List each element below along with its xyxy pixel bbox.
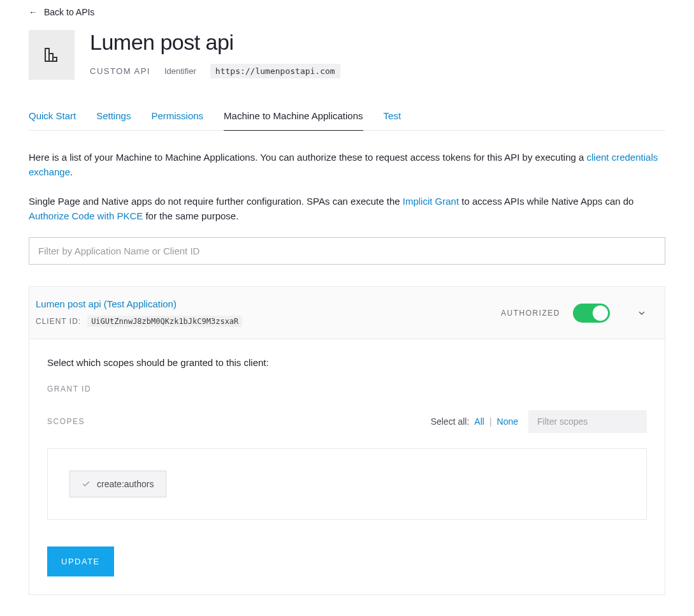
chevron-down-icon[interactable] — [637, 308, 647, 318]
check-icon — [82, 480, 90, 488]
api-type-label: CUSTOM API — [90, 66, 150, 76]
select-none-link[interactable]: None — [497, 416, 518, 427]
update-button[interactable]: UPDATE — [47, 546, 114, 576]
back-to-apis-link[interactable]: ← Back to APIs — [29, 7, 94, 17]
intro-text: Here is a list of your Machine to Machin… — [29, 150, 665, 223]
scopes-intro-text: Select which scopes should be granted to… — [47, 357, 647, 368]
select-separator: | — [489, 416, 492, 427]
tab-permissions[interactable]: Permissions — [151, 110, 203, 131]
tab-quick-start[interactable]: Quick Start — [29, 110, 76, 131]
tabs: Quick Start Settings Permissions Machine… — [29, 110, 665, 131]
scope-filter-input[interactable] — [528, 410, 647, 433]
api-title: Lumen post api — [90, 30, 340, 55]
application-card: Lumen post api (Test Application) CLIENT… — [29, 286, 665, 595]
grant-id-label: GRANT ID — [47, 385, 647, 393]
select-all-link[interactable]: All — [474, 416, 484, 427]
svg-rect-2 — [53, 57, 57, 61]
scope-chip-label: create:authors — [97, 479, 154, 489]
implicit-grant-link[interactable]: Implicit Grant — [403, 196, 459, 207]
api-header: Lumen post api CUSTOM API Identifier htt… — [29, 30, 665, 80]
scope-chip-create-authors[interactable]: create:authors — [69, 471, 166, 497]
authorized-toggle[interactable] — [573, 304, 610, 323]
intro-p2-c: for the same purpose. — [143, 210, 238, 221]
tab-m2m-applications[interactable]: Machine to Machine Applications — [224, 110, 363, 131]
client-id-label: CLIENT ID: — [36, 317, 81, 326]
intro-p1-a: Here is a list of your Machine to Machin… — [29, 152, 587, 163]
authorized-label: AUTHORIZED — [501, 309, 560, 318]
tab-test[interactable]: Test — [384, 110, 401, 131]
application-filter-input[interactable] — [29, 237, 665, 265]
api-icon — [44, 47, 59, 62]
intro-p1-b: . — [70, 166, 73, 177]
arrow-left-icon: ← — [29, 8, 38, 17]
authorize-code-pkce-link[interactable]: Authorize Code with PKCE — [29, 210, 143, 221]
identifier-value: https://lumenpostapi.com — [210, 64, 340, 78]
intro-p2-b: to access APIs while Native Apps can do — [459, 196, 633, 207]
intro-p2-a: Single Page and Native apps do not requi… — [29, 196, 403, 207]
application-name-link[interactable]: Lumen post api (Test Application) — [36, 298, 177, 309]
scopes-container: create:authors — [47, 448, 647, 520]
application-card-body: Select which scopes should be granted to… — [29, 339, 665, 594]
select-all-label: Select all: — [431, 416, 470, 427]
identifier-label: Identifier — [164, 66, 196, 76]
tab-settings[interactable]: Settings — [96, 110, 131, 131]
client-id-value: UiGUtZnnwJ8zbM0QKzk1bJkC9M3zsxaR — [87, 316, 242, 327]
back-link-text: Back to APIs — [44, 7, 94, 17]
scopes-label: SCOPES — [47, 417, 431, 426]
application-card-header: Lumen post api (Test Application) CLIENT… — [29, 287, 665, 339]
api-avatar — [29, 30, 75, 80]
